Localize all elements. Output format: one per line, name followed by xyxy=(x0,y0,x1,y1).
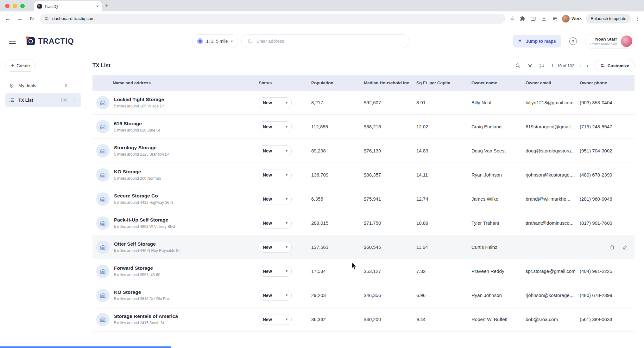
bookmark-star-icon[interactable]: ☆ xyxy=(510,15,515,22)
chevron-down-icon: ▾ xyxy=(286,245,287,249)
sidebar-item-tx-list[interactable]: TX List 102 ⋮ xyxy=(5,93,81,107)
table-row[interactable]: KO Storage 5 miles around 200 Norman New… xyxy=(92,163,635,187)
map-pin-icon xyxy=(9,83,15,88)
column-header-owner-email[interactable]: Owner email xyxy=(526,81,580,85)
column-header-name[interactable]: Name and address xyxy=(92,81,259,85)
status-dropdown[interactable]: New ▾ xyxy=(259,121,292,132)
back-icon[interactable]: ← xyxy=(4,15,11,22)
table-row[interactable]: Locked Tight Storage 5 miles around 105 … xyxy=(92,91,635,115)
facility-name-link[interactable]: Otter Self Storage xyxy=(114,241,180,247)
facility-name-link[interactable]: Pack-It-Up Self Storage xyxy=(114,217,175,223)
profile-avatar xyxy=(562,15,570,23)
relaunch-to-update-button[interactable]: Relaunch to update xyxy=(586,14,631,23)
storage-facility-icon xyxy=(96,313,110,326)
status-dropdown[interactable]: New ▾ xyxy=(259,97,292,108)
facility-name-link[interactable]: Locked Tight Storage xyxy=(114,97,164,102)
facility-name-link[interactable]: Storology Storage xyxy=(114,145,169,151)
side-panel-icon[interactable] xyxy=(530,16,536,22)
extensions-icon[interactable] xyxy=(520,16,525,21)
column-header-status[interactable]: Status xyxy=(259,81,311,85)
storage-facility-icon xyxy=(96,192,110,206)
tab-close-icon[interactable]: × xyxy=(96,4,99,9)
kebab-menu-icon[interactable]: ⋮ xyxy=(71,97,77,103)
next-page-icon[interactable]: › xyxy=(586,63,588,68)
median-income-value: $40,200 xyxy=(364,317,416,322)
table-row[interactable]: 619 Storage 5 miles around 620 Dale St N… xyxy=(92,115,635,139)
site-settings-icon[interactable] xyxy=(44,16,49,21)
user-plan: Professional plan xyxy=(590,42,617,46)
tab-title: TractIQ xyxy=(44,4,94,9)
customize-button[interactable]: Customize xyxy=(595,60,635,71)
address-search[interactable] xyxy=(241,34,409,48)
chevron-down-icon: ▾ xyxy=(286,269,287,273)
facility-name-link[interactable]: KO Storage xyxy=(114,169,161,175)
minimize-window-button[interactable] xyxy=(13,4,17,8)
address-bar[interactable]: dashboard.tractiq.com xyxy=(40,14,506,24)
hamburger-menu-icon[interactable] xyxy=(9,39,16,44)
zoom-window-button[interactable] xyxy=(20,4,25,8)
search-input[interactable] xyxy=(256,39,403,44)
tractiq-logo-icon xyxy=(27,37,35,45)
column-header-owner-name[interactable]: Owner name xyxy=(471,81,526,85)
jump-to-maps-button[interactable]: Jump to maps xyxy=(513,35,561,48)
facility-name-link[interactable]: Storage Rentals of America xyxy=(114,313,178,319)
user-menu[interactable]: Noah Starr Professional plan xyxy=(585,34,635,49)
facility-name-link[interactable]: Secure Storage Co xyxy=(114,193,173,199)
new-tab-button[interactable]: + xyxy=(105,2,109,9)
sidebar-item-count: 0 xyxy=(65,83,67,88)
browser-tab[interactable]: TractIQ × xyxy=(34,1,102,11)
browser-toolbar: ← → ↻ dashboard.tractiq.com ☆ Work Rela xyxy=(0,11,644,26)
create-button[interactable]: + Create xyxy=(5,60,36,72)
facility-name-link[interactable]: Forward Storage xyxy=(114,265,160,271)
status-dropdown[interactable]: New ▾ xyxy=(259,194,292,204)
status-dropdown[interactable]: New ▾ xyxy=(259,242,292,253)
population-value: 8,217 xyxy=(311,100,364,105)
browser-menu-icon[interactable]: ⋮ xyxy=(635,16,640,22)
column-header-sqft[interactable]: Sq.Ft. per Capita xyxy=(416,81,471,85)
status-dropdown[interactable]: New ▾ xyxy=(259,290,292,301)
close-window-button[interactable] xyxy=(5,4,9,8)
download-icon[interactable] xyxy=(541,16,547,22)
facility-name-link[interactable]: KO Storage xyxy=(114,289,170,295)
table-row[interactable]: Secure Storage Co 5 miles around 4432 Hi… xyxy=(92,187,635,211)
table-row[interactable]: Forward Storage 5 miles around 3961 US-6… xyxy=(92,259,635,283)
median-income-value: $75,941 xyxy=(364,196,416,202)
browser-profile-chip[interactable]: Work xyxy=(562,15,582,23)
forward-icon[interactable]: → xyxy=(16,15,23,22)
main-content: TX List A Z 1 - 10 of 102 ‹ › xyxy=(86,56,644,348)
status-dropdown[interactable]: New ▾ xyxy=(259,145,292,156)
median-income-value: $92,607 xyxy=(364,100,416,105)
table-row[interactable]: KO Storage 5 miles around 3618 Del Rio B… xyxy=(92,283,635,307)
help-icon[interactable]: ? xyxy=(569,37,577,45)
facility-name-link[interactable]: 619 Storage xyxy=(114,121,160,126)
sort-az-icon[interactable]: A Z xyxy=(539,63,545,68)
status-value: New xyxy=(263,317,272,322)
table-row[interactable]: Pack-It-Up Self Storage 5 miles around 4… xyxy=(92,211,635,235)
facility-address: 5 miles around 2415 South St xyxy=(114,321,178,325)
edit-row-button[interactable] xyxy=(621,243,629,251)
column-header-owner-phone[interactable]: Owner phone xyxy=(580,81,635,85)
column-header-income[interactable]: Median Household Inc... xyxy=(364,81,416,85)
search-icon[interactable] xyxy=(515,63,521,68)
status-dropdown[interactable]: New ▾ xyxy=(259,170,292,180)
table-row[interactable]: Storology Storage 5 miles around 2125 Br… xyxy=(92,139,635,163)
radius-selector[interactable]: 1, 3, 5 mile ▾ xyxy=(192,34,238,48)
tractiq-logo[interactable]: TRACTIQ xyxy=(27,37,74,46)
status-dropdown[interactable]: New ▾ xyxy=(259,266,292,277)
median-income-value: $60,545 xyxy=(364,244,416,250)
filter-icon[interactable] xyxy=(527,63,533,68)
status-value: New xyxy=(263,221,272,226)
copy-row-button[interactable] xyxy=(608,243,616,251)
table-row[interactable]: Otter Self Storage 5 miles around 446 N … xyxy=(92,235,635,259)
column-header-population[interactable]: Population xyxy=(311,81,364,85)
sidebar-item-my-deals[interactable]: My deals 0 xyxy=(5,79,81,93)
owner-name-value: James Wilke xyxy=(471,196,526,202)
status-dropdown[interactable]: New ▾ xyxy=(259,314,292,325)
reading-list-icon[interactable] xyxy=(552,16,558,22)
table-row[interactable]: Storage Rentals of America 5 miles aroun… xyxy=(92,307,635,332)
tractiq-favicon xyxy=(37,4,42,9)
storage-facility-icon xyxy=(96,120,110,133)
reload-icon[interactable]: ↻ xyxy=(28,15,35,22)
previous-page-icon[interactable]: ‹ xyxy=(579,63,581,68)
status-dropdown[interactable]: New ▾ xyxy=(259,218,292,229)
